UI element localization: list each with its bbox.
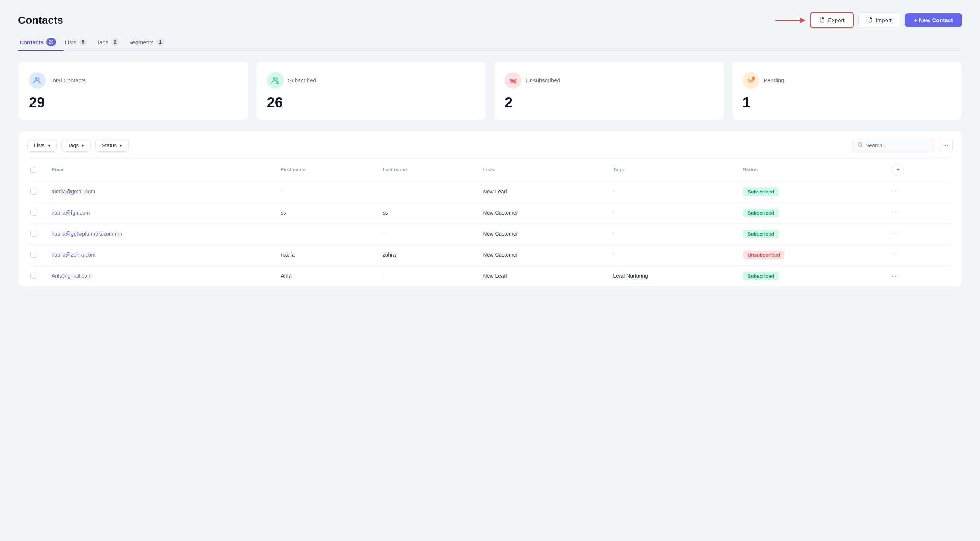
tab-tags[interactable]: Tags 2 [95,34,127,51]
col-lists: Lists [477,159,607,181]
lists-chevron-icon: ▾ [48,143,50,148]
contact-lists: New Customer [477,202,607,223]
contact-email[interactable]: nabila@fgh.com [51,209,89,216]
row-checkbox[interactable] [30,231,37,237]
svg-text:!: ! [752,78,753,79]
table-row: nabila@zohra.comnabilazohraNew Customer-… [27,244,953,265]
subscribed-label: Subscribed [288,77,316,83]
lists-filter-button[interactable]: Lists ▾ [27,139,57,152]
contact-tags: - [607,244,737,265]
col-first-name: First name [275,159,376,181]
row-actions-button[interactable]: ··· [892,188,899,195]
page-title: Contacts [18,14,63,26]
unsubscribed-value: 2 [505,95,713,111]
contact-email[interactable]: nabila@zohra.com [51,252,95,258]
subscribed-value: 26 [267,95,476,111]
export-icon [819,16,825,24]
import-button[interactable]: Import [858,13,900,28]
add-column-button[interactable]: + [892,164,904,176]
contact-last-name: - [377,265,477,286]
svg-line-13 [861,145,862,146]
more-options-button[interactable]: ··· [939,139,953,152]
contact-email[interactable]: media@gmail.com [51,189,95,195]
contacts-table: Email First name Last name Lists Tags St… [27,159,953,287]
svg-point-12 [858,143,862,146]
subscribed-icon [267,72,283,89]
svg-point-2 [35,78,37,79]
total-contacts-value: 29 [29,95,238,111]
contact-last-name: zohra [377,244,477,265]
contact-first-name: - [275,181,376,202]
status-chevron-icon: ▾ [119,143,122,148]
row-checkbox[interactable] [30,273,37,279]
contact-tags: - [607,181,737,202]
contact-lists: New Customer [477,244,607,265]
new-contact-button[interactable]: + New Contact [905,13,962,27]
status-badge: Subscribed [743,187,779,196]
search-icon [858,142,863,149]
contact-first-name: ss [275,202,376,223]
contact-tags: - [607,223,737,244]
contacts-table-container: Lists ▾ Tags ▾ Status ▾ ··· [18,131,962,287]
status-badge: Unsubscribed [743,251,785,259]
contact-lists: New Lead [477,181,607,202]
stat-card-subscribed: Subscribed 26 [256,61,487,120]
pending-icon: ! [743,72,759,89]
more-dots-icon: ··· [943,141,948,149]
row-actions-button[interactable]: ··· [892,251,899,259]
col-tags: Tags [607,159,737,181]
pending-value: 1 [743,95,951,111]
select-all-checkbox[interactable] [30,167,37,173]
row-checkbox[interactable] [30,209,37,216]
arrow-indicator [775,15,805,26]
svg-point-3 [38,78,40,79]
col-status: Status [737,159,886,181]
total-contacts-icon [29,72,46,89]
pending-label: Pending [764,77,784,83]
tab-lists[interactable]: Lists 5 [64,34,95,51]
row-checkbox[interactable] [30,252,37,258]
contact-lists: New Lead [477,265,607,286]
export-button[interactable]: Export [810,12,853,28]
filter-bar: Lists ▾ Tags ▾ Status ▾ ··· [27,139,953,159]
contact-lists: New Customer [477,223,607,244]
contact-first-name: Arifa [275,265,376,286]
svg-point-4 [273,78,275,79]
contact-first-name: nabila [275,244,376,265]
col-email: Email [46,159,275,181]
row-actions-button[interactable]: ··· [892,230,899,238]
row-actions-button[interactable]: ··· [892,209,899,216]
status-badge: Subscribed [743,271,779,280]
contact-last-name: ss [377,202,477,223]
header: Contacts Export Import [18,12,962,28]
contacts-table-wrapper: Email First name Last name Lists Tags St… [27,159,953,287]
contact-email[interactable]: Arifa@gmail.com [51,273,92,279]
status-filter-button[interactable]: Status ▾ [95,139,129,152]
search-input[interactable] [865,143,929,148]
unsubscribed-label: Unsubscribed [526,77,560,83]
status-badge: Subscribed [743,230,779,238]
table-header-row: Email First name Last name Lists Tags St… [27,159,953,181]
svg-marker-1 [800,17,805,23]
header-actions: Export Import + New Contact [775,12,962,28]
tab-segments[interactable]: Segments 1 [127,34,172,51]
contact-email[interactable]: nabila@getwpfunnels.commm [51,231,122,237]
stat-card-pending: ! Pending 1 [732,61,963,120]
tags-filter-button[interactable]: Tags ▾ [61,139,91,152]
table-row: nabila@fgh.comssssNew Customer-Subscribe… [27,202,953,223]
contact-last-name: - [377,181,477,202]
import-icon [867,16,873,24]
table-row: nabila@getwpfunnels.commm--New Customer-… [27,223,953,244]
col-last-name: Last name [377,159,477,181]
contact-tags: Lead Nurturing [607,265,737,286]
stats-grid: Total Contacts 29 Subscribed 26 [18,61,962,120]
row-checkbox[interactable] [30,189,37,195]
row-actions-button[interactable]: ··· [892,272,899,279]
table-row: Arifa@gmail.comArifa-New LeadLead Nurtur… [27,265,953,286]
table-row: media@gmail.com--New Lead-Subscribed··· [27,181,953,202]
total-contacts-label: Total Contacts [50,77,86,83]
unsubscribed-icon [505,72,521,89]
search-box [852,139,934,152]
tags-chevron-icon: ▾ [82,143,84,148]
tab-contacts[interactable]: Contacts 29 [18,34,64,51]
